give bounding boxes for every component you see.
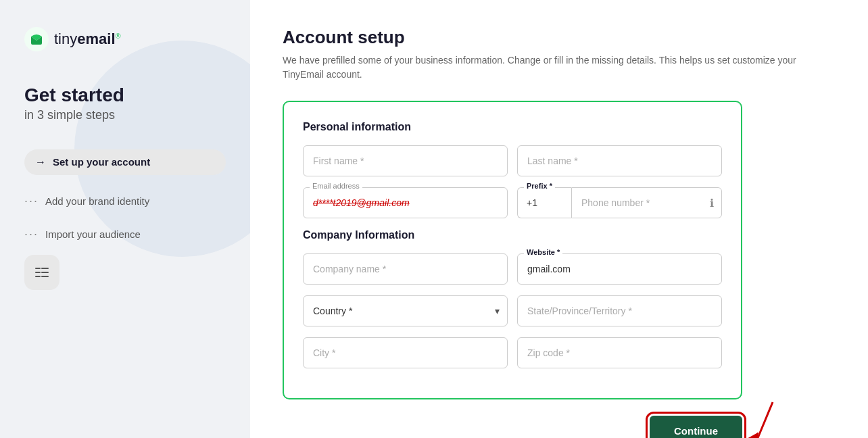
main-content: Account setup We have prefilled some of … — [250, 0, 868, 438]
country-state-row: Country * ▾ — [303, 295, 722, 326]
svg-line-7 — [756, 402, 773, 438]
last-name-field — [517, 145, 722, 176]
sidebar: tinyemail® Get started in 3 simple steps… — [0, 0, 250, 438]
logo-text: tinyemail® — [54, 30, 121, 48]
personal-section: Personal information Email address d****… — [303, 121, 722, 218]
company-section-title: Company Information — [303, 229, 722, 241]
step-audience[interactable]: ··· Import your audience — [24, 227, 226, 241]
step-brand[interactable]: ··· Add your brand identity — [24, 194, 226, 208]
dots-icon: ··· — [24, 194, 39, 208]
step-audience-label: Import your audience — [45, 228, 141, 240]
company-name-field — [303, 253, 508, 285]
website-input[interactable] — [517, 253, 722, 285]
page-subtitle: We have prefilled some of your business … — [283, 53, 836, 82]
email-field: Email address d****t2019@gmail.com — [303, 187, 508, 218]
first-name-field — [303, 145, 508, 176]
step-setup[interactable]: → Set up your account — [24, 149, 226, 175]
form-card: Personal information Email address d****… — [283, 101, 742, 399]
prefix-label: Prefix * — [524, 182, 555, 190]
phone-field: ℹ — [571, 187, 722, 218]
step-brand-label: Add your brand identity — [45, 195, 149, 207]
prefix-input[interactable] — [517, 187, 571, 218]
country-field: Country * ▾ — [303, 295, 508, 326]
get-started-section: Get started in 3 simple steps — [24, 84, 226, 122]
email-value[interactable]: d****t2019@gmail.com — [303, 187, 508, 218]
state-field — [517, 295, 722, 326]
button-row: Continue — [283, 416, 742, 438]
personal-section-title: Personal information — [303, 121, 722, 133]
prefix-phone-group: Prefix * +1 ℹ — [517, 187, 722, 218]
last-name-input[interactable] — [517, 145, 722, 176]
red-arrow-indicator — [719, 395, 779, 438]
get-started-subtitle: in 3 simple steps — [24, 108, 226, 122]
name-row — [303, 145, 722, 176]
page-title: Account setup — [283, 27, 836, 48]
first-name-input[interactable] — [303, 145, 508, 176]
logo-icon — [24, 27, 49, 51]
website-field: Website * — [517, 253, 722, 285]
city-input[interactable] — [303, 337, 508, 368]
info-icon[interactable]: ℹ — [710, 197, 714, 210]
step-setup-label: Set up your account — [53, 156, 150, 168]
company-section: Company Information Website * Country * … — [303, 229, 722, 368]
state-input[interactable] — [517, 295, 722, 326]
logo: tinyemail® — [24, 27, 226, 51]
email-phone-row: Email address d****t2019@gmail.com Prefi… — [303, 187, 722, 218]
website-label: Website * — [524, 248, 562, 256]
zip-field — [517, 337, 722, 368]
steps-list: → Set up your account ··· Add your brand… — [24, 149, 226, 241]
prefix-phone-field: Prefix * +1 ℹ — [517, 187, 722, 218]
city-zip-row — [303, 337, 722, 368]
arrow-icon: → — [35, 156, 46, 168]
zip-input[interactable] — [517, 337, 722, 368]
dots-icon-2: ··· — [24, 227, 39, 241]
company-website-row: Website * — [303, 253, 722, 285]
prefix-field: Prefix * +1 — [517, 187, 571, 218]
get-started-title: Get started — [24, 84, 226, 107]
city-field — [303, 337, 508, 368]
list-icon-box — [24, 255, 59, 290]
email-label: Email address — [310, 182, 362, 190]
list-icon — [34, 264, 50, 281]
country-select[interactable]: Country * — [303, 295, 508, 326]
phone-input[interactable] — [571, 187, 722, 218]
company-name-input[interactable] — [303, 253, 508, 285]
